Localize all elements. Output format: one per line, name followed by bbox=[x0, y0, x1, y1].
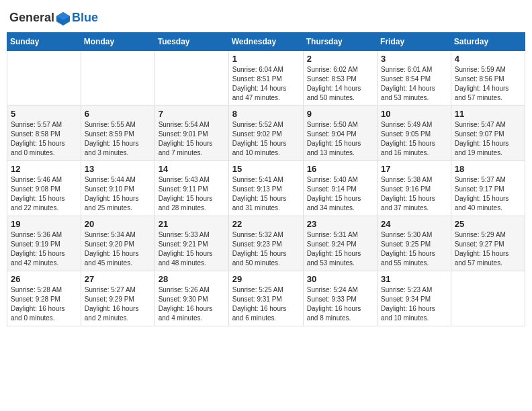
day-number: 1 bbox=[232, 54, 300, 64]
calendar-week-row: 5Sunrise: 5:57 AMSunset: 8:58 PMDaylight… bbox=[7, 106, 525, 161]
day-number: 28 bbox=[159, 274, 225, 284]
day-info: Sunrise: 5:47 AMSunset: 9:07 PMDaylight:… bbox=[455, 120, 521, 158]
day-number: 25 bbox=[455, 219, 521, 229]
day-info: Sunrise: 5:23 AMSunset: 9:34 PMDaylight:… bbox=[381, 285, 447, 323]
calendar-cell: 15Sunrise: 5:41 AMSunset: 9:13 PMDayligh… bbox=[228, 161, 303, 216]
day-number: 20 bbox=[85, 219, 151, 229]
day-number: 19 bbox=[11, 219, 77, 229]
calendar-cell: 30Sunrise: 5:24 AMSunset: 9:33 PMDayligh… bbox=[303, 271, 377, 326]
day-number: 30 bbox=[307, 274, 373, 284]
calendar-cell: 5Sunrise: 5:57 AMSunset: 8:58 PMDaylight… bbox=[7, 106, 81, 161]
day-info: Sunrise: 5:59 AMSunset: 8:56 PMDaylight:… bbox=[455, 65, 521, 103]
day-number: 10 bbox=[381, 109, 447, 119]
calendar-cell: 17Sunrise: 5:38 AMSunset: 9:16 PMDayligh… bbox=[378, 161, 451, 216]
day-number: 26 bbox=[11, 274, 77, 284]
calendar-cell: 24Sunrise: 5:30 AMSunset: 9:25 PMDayligh… bbox=[378, 216, 451, 271]
calendar-cell: 27Sunrise: 5:27 AMSunset: 9:29 PMDayligh… bbox=[81, 271, 154, 326]
day-info: Sunrise: 5:52 AMSunset: 9:02 PMDaylight:… bbox=[232, 120, 300, 158]
day-number: 2 bbox=[307, 54, 373, 64]
calendar-cell: 20Sunrise: 5:34 AMSunset: 9:20 PMDayligh… bbox=[81, 216, 154, 271]
day-info: Sunrise: 5:31 AMSunset: 9:24 PMDaylight:… bbox=[307, 230, 373, 268]
logo-text-general: GeneralBlue bbox=[9, 11, 98, 27]
calendar-cell: 23Sunrise: 5:31 AMSunset: 9:24 PMDayligh… bbox=[303, 216, 377, 271]
calendar-week-row: 19Sunrise: 5:36 AMSunset: 9:19 PMDayligh… bbox=[7, 216, 525, 271]
day-number: 12 bbox=[11, 164, 77, 174]
calendar-cell: 7Sunrise: 5:54 AMSunset: 9:01 PMDaylight… bbox=[154, 106, 228, 161]
day-number: 9 bbox=[307, 109, 373, 119]
calendar-cell: 4Sunrise: 5:59 AMSunset: 8:56 PMDaylight… bbox=[451, 51, 525, 106]
day-info: Sunrise: 5:50 AMSunset: 9:04 PMDaylight:… bbox=[307, 120, 373, 158]
day-number: 3 bbox=[381, 54, 447, 64]
day-info: Sunrise: 5:33 AMSunset: 9:21 PMDaylight:… bbox=[159, 230, 225, 268]
day-info: Sunrise: 5:26 AMSunset: 9:30 PMDaylight:… bbox=[159, 285, 225, 323]
day-info: Sunrise: 5:40 AMSunset: 9:14 PMDaylight:… bbox=[307, 175, 373, 213]
calendar-cell bbox=[154, 51, 228, 106]
day-info: Sunrise: 5:57 AMSunset: 8:58 PMDaylight:… bbox=[11, 120, 77, 158]
calendar-cell: 3Sunrise: 6:01 AMSunset: 8:54 PMDaylight… bbox=[378, 51, 451, 106]
day-number: 4 bbox=[455, 54, 521, 64]
day-info: Sunrise: 5:41 AMSunset: 9:13 PMDaylight:… bbox=[232, 175, 300, 213]
calendar-cell bbox=[81, 51, 154, 106]
calendar-cell: 16Sunrise: 5:40 AMSunset: 9:14 PMDayligh… bbox=[303, 161, 377, 216]
calendar-cell: 19Sunrise: 5:36 AMSunset: 9:19 PMDayligh… bbox=[7, 216, 81, 271]
day-info: Sunrise: 5:55 AMSunset: 8:59 PMDaylight:… bbox=[85, 120, 151, 158]
calendar-cell: 6Sunrise: 5:55 AMSunset: 8:59 PMDaylight… bbox=[81, 106, 154, 161]
day-info: Sunrise: 5:37 AMSunset: 9:17 PMDaylight:… bbox=[455, 175, 521, 213]
day-number: 15 bbox=[232, 164, 300, 174]
day-number: 14 bbox=[159, 164, 225, 174]
day-info: Sunrise: 5:29 AMSunset: 9:27 PMDaylight:… bbox=[455, 230, 521, 268]
day-number: 24 bbox=[381, 219, 447, 229]
day-number: 31 bbox=[381, 274, 447, 284]
calendar-cell: 10Sunrise: 5:49 AMSunset: 9:05 PMDayligh… bbox=[378, 106, 451, 161]
day-info: Sunrise: 6:02 AMSunset: 8:53 PMDaylight:… bbox=[307, 65, 373, 103]
day-number: 29 bbox=[232, 274, 300, 284]
weekday-header-monday: Monday bbox=[81, 33, 154, 51]
calendar-cell: 13Sunrise: 5:44 AMSunset: 9:10 PMDayligh… bbox=[81, 161, 154, 216]
calendar-cell: 28Sunrise: 5:26 AMSunset: 9:30 PMDayligh… bbox=[154, 271, 228, 326]
day-number: 5 bbox=[11, 109, 77, 119]
calendar-cell: 14Sunrise: 5:43 AMSunset: 9:11 PMDayligh… bbox=[154, 161, 228, 216]
day-info: Sunrise: 5:38 AMSunset: 9:16 PMDaylight:… bbox=[381, 175, 447, 213]
day-info: Sunrise: 5:49 AMSunset: 9:05 PMDaylight:… bbox=[381, 120, 447, 158]
day-number: 6 bbox=[85, 109, 151, 119]
calendar-cell: 25Sunrise: 5:29 AMSunset: 9:27 PMDayligh… bbox=[451, 216, 525, 271]
calendar-cell: 18Sunrise: 5:37 AMSunset: 9:17 PMDayligh… bbox=[451, 161, 525, 216]
day-info: Sunrise: 5:34 AMSunset: 9:20 PMDaylight:… bbox=[85, 230, 151, 268]
day-number: 13 bbox=[85, 164, 151, 174]
logo: GeneralBlue bbox=[9, 11, 98, 27]
day-number: 27 bbox=[85, 274, 151, 284]
day-info: Sunrise: 5:54 AMSunset: 9:01 PMDaylight:… bbox=[159, 120, 225, 158]
day-info: Sunrise: 6:01 AMSunset: 8:54 PMDaylight:… bbox=[381, 65, 447, 103]
day-number: 17 bbox=[381, 164, 447, 174]
day-number: 22 bbox=[232, 219, 300, 229]
day-info: Sunrise: 5:44 AMSunset: 9:10 PMDaylight:… bbox=[85, 175, 151, 213]
day-info: Sunrise: 5:43 AMSunset: 9:11 PMDaylight:… bbox=[159, 175, 225, 213]
day-number: 21 bbox=[159, 219, 225, 229]
calendar-cell bbox=[451, 271, 525, 326]
calendar-cell: 31Sunrise: 5:23 AMSunset: 9:34 PMDayligh… bbox=[378, 271, 451, 326]
calendar-cell: 29Sunrise: 5:25 AMSunset: 9:31 PMDayligh… bbox=[228, 271, 303, 326]
calendar-header-row: SundayMondayTuesdayWednesdayThursdayFrid… bbox=[7, 33, 525, 51]
weekday-header-sunday: Sunday bbox=[7, 33, 81, 51]
day-number: 11 bbox=[455, 109, 521, 119]
weekday-header-tuesday: Tuesday bbox=[154, 33, 228, 51]
day-info: Sunrise: 5:25 AMSunset: 9:31 PMDaylight:… bbox=[232, 285, 300, 323]
weekday-header-friday: Friday bbox=[378, 33, 451, 51]
page-header: GeneralBlue bbox=[7, 7, 525, 27]
day-info: Sunrise: 5:27 AMSunset: 9:29 PMDaylight:… bbox=[85, 285, 151, 323]
day-info: Sunrise: 5:32 AMSunset: 9:23 PMDaylight:… bbox=[232, 230, 300, 268]
weekday-header-wednesday: Wednesday bbox=[228, 33, 303, 51]
calendar-cell: 22Sunrise: 5:32 AMSunset: 9:23 PMDayligh… bbox=[228, 216, 303, 271]
calendar-week-row: 1Sunrise: 6:04 AMSunset: 8:51 PMDaylight… bbox=[7, 51, 525, 106]
day-number: 18 bbox=[455, 164, 521, 174]
calendar-cell: 2Sunrise: 6:02 AMSunset: 8:53 PMDaylight… bbox=[303, 51, 377, 106]
weekday-header-thursday: Thursday bbox=[303, 33, 377, 51]
weekday-header-saturday: Saturday bbox=[451, 33, 525, 51]
calendar-table: SundayMondayTuesdayWednesdayThursdayFrid… bbox=[7, 32, 525, 326]
calendar-week-row: 12Sunrise: 5:46 AMSunset: 9:08 PMDayligh… bbox=[7, 161, 525, 216]
calendar-cell: 26Sunrise: 5:28 AMSunset: 9:28 PMDayligh… bbox=[7, 271, 81, 326]
day-number: 23 bbox=[307, 219, 373, 229]
calendar-cell: 8Sunrise: 5:52 AMSunset: 9:02 PMDaylight… bbox=[228, 106, 303, 161]
day-info: Sunrise: 5:46 AMSunset: 9:08 PMDaylight:… bbox=[11, 175, 77, 213]
calendar-cell: 9Sunrise: 5:50 AMSunset: 9:04 PMDaylight… bbox=[303, 106, 377, 161]
